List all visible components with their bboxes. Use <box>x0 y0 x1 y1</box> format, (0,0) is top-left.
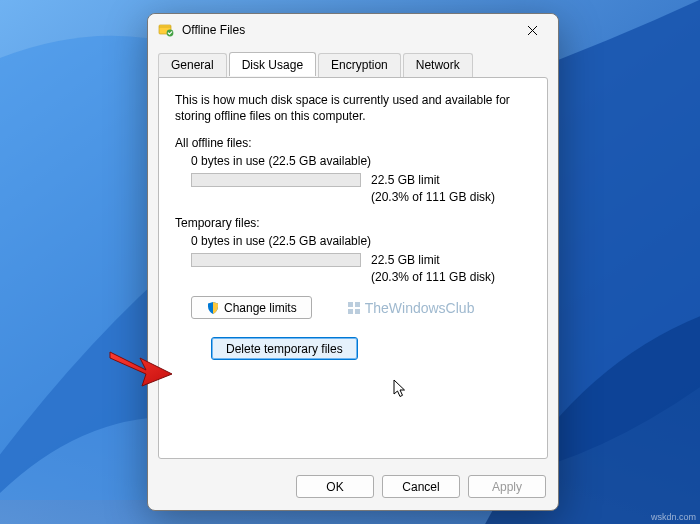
tabstrip: General Disk Usage Encryption Network <box>148 46 558 77</box>
shield-icon <box>206 301 220 315</box>
all-offline-limit: 22.5 GB limit <box>371 173 440 187</box>
all-offline-percent: (20.3% of 111 GB disk) <box>371 190 531 204</box>
cancel-button[interactable]: Cancel <box>382 475 460 498</box>
offline-files-icon <box>158 22 174 38</box>
close-button[interactable] <box>510 15 554 45</box>
temp-label: Temporary files: <box>175 216 531 230</box>
tab-general[interactable]: General <box>158 53 227 77</box>
dialog-buttons: OK Cancel Apply <box>148 467 558 510</box>
temp-usage: 0 bytes in use (22.5 GB available) <box>191 234 531 248</box>
change-limits-button[interactable]: Change limits <box>191 296 312 319</box>
watermark-icon <box>347 301 361 315</box>
svg-rect-4 <box>355 302 360 307</box>
svg-rect-3 <box>348 302 353 307</box>
delete-temporary-files-button[interactable]: Delete temporary files <box>211 337 358 360</box>
change-limits-label: Change limits <box>224 301 297 315</box>
svg-rect-5 <box>348 309 353 314</box>
apply-button[interactable]: Apply <box>468 475 546 498</box>
temp-limit: 22.5 GB limit <box>371 253 440 267</box>
window-title: Offline Files <box>182 23 510 37</box>
tab-encryption[interactable]: Encryption <box>318 53 401 77</box>
offline-files-dialog: Offline Files General Disk Usage Encrypt… <box>147 13 559 511</box>
temp-percent: (20.3% of 111 GB disk) <box>371 270 531 284</box>
delete-temp-label: Delete temporary files <box>226 342 343 356</box>
watermark: TheWindowsClub <box>347 300 475 316</box>
all-offline-usage: 0 bytes in use (22.5 GB available) <box>191 154 531 168</box>
panel-description: This is how much disk space is currently… <box>175 92 531 124</box>
disk-usage-panel: This is how much disk space is currently… <box>158 77 548 459</box>
ok-button[interactable]: OK <box>296 475 374 498</box>
tab-network[interactable]: Network <box>403 53 473 77</box>
tab-disk-usage[interactable]: Disk Usage <box>229 52 316 76</box>
titlebar: Offline Files <box>148 14 558 46</box>
all-offline-label: All offline files: <box>175 136 531 150</box>
svg-rect-6 <box>355 309 360 314</box>
credit: wskdn.com <box>651 512 696 522</box>
temp-progress <box>191 253 361 267</box>
all-offline-progress <box>191 173 361 187</box>
